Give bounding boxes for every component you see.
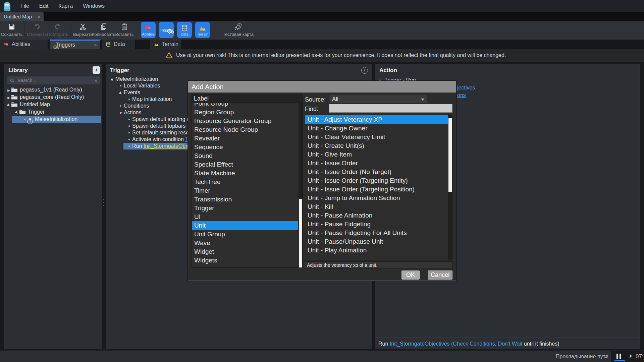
footer-text: , <box>495 341 498 347</box>
library-tree-item[interactable]: ▶pegasus_core (Read Only) <box>4 94 102 101</box>
wrapped-link-fragment[interactable]: ons <box>457 92 466 98</box>
clock-label: 07:59 <box>636 351 644 362</box>
warning-banner: Use at your own risk! This is an interna… <box>0 49 644 62</box>
library-tree-item[interactable]: ▶pegasus_1v1 (Read Only) <box>4 86 102 94</box>
scrollbar-track[interactable] <box>299 103 303 267</box>
cancel-button[interactable]: Cancel <box>428 270 452 280</box>
save-button[interactable]: Сохранить <box>1 21 22 39</box>
action-item[interactable]: Unit - Play Animation <box>305 246 448 255</box>
paste-button[interactable]: Вставить <box>114 21 135 39</box>
action-item[interactable]: Unit - Change Owner <box>305 124 448 133</box>
category-item[interactable]: Revealer <box>192 134 298 143</box>
copy-button[interactable]: Копировать <box>93 21 114 39</box>
close-icon[interactable]: × <box>38 14 44 19</box>
test-map-button[interactable]: Тестовая карта <box>221 22 256 37</box>
ok-button[interactable]: OK <box>401 270 420 280</box>
doc-tab-triggers[interactable]: ⚙⚙Triggers× <box>50 40 101 49</box>
scrollbar-thumb[interactable] <box>299 199 302 268</box>
footer-link[interactable]: (Check Conditions <box>451 341 495 347</box>
action-item[interactable]: Unit - Issue Order (Targeting Entity) <box>305 176 448 185</box>
library-panel: Library + Search... × ▶pegasus_1v1 (Read… <box>4 64 102 349</box>
category-item[interactable]: Sequence <box>192 143 298 152</box>
category-item[interactable]: TechTree <box>192 178 298 186</box>
action-item[interactable]: Unit - Pause/Unpause Unit <box>305 237 448 246</box>
category-item[interactable]: Region Group <box>192 108 298 117</box>
category-item[interactable]: Transmission <box>192 195 298 204</box>
category-item[interactable]: Unit Group <box>192 230 298 239</box>
library-tree-item[interactable]: •TMeleeInitialization <box>4 116 102 123</box>
doc-tab-terrain[interactable]: Terrain <box>150 40 181 49</box>
category-item[interactable]: Sound <box>192 152 298 160</box>
find-input[interactable] <box>329 104 452 113</box>
action-item[interactable]: Unit - Jump to Animation Section <box>305 194 448 202</box>
category-item[interactable]: Trigger <box>192 204 298 213</box>
abilities-module-button[interactable]: Abilities <box>141 22 156 38</box>
trigger-type-icon: T <box>27 118 33 124</box>
category-item[interactable]: UI <box>192 213 298 221</box>
doc-tab-data[interactable]: Data <box>102 40 136 49</box>
menu-item-windows[interactable]: Windows <box>78 0 110 12</box>
action-panel-title: Action <box>375 64 640 74</box>
pause-active-indicator <box>614 360 625 361</box>
redo-label: Повторить <box>47 32 68 37</box>
action-item[interactable]: Unit - Pause Animation <box>305 211 448 220</box>
pause-button[interactable] <box>616 354 624 359</box>
category-item[interactable]: Resource Generator Group <box>192 117 298 125</box>
wrapped-link-fragment[interactable]: jectives <box>457 85 475 91</box>
category-item[interactable]: Unit <box>192 221 298 230</box>
source-dropdown[interactable]: All <box>329 95 427 103</box>
cut-button[interactable]: Вырезать <box>72 21 93 39</box>
panel-splitter[interactable] <box>103 199 104 208</box>
triggers-module-button[interactable]: ⚙⚙Triggers <box>159 22 174 38</box>
tab-untitled-map[interactable]: Untitled Map × <box>0 12 44 21</box>
category-item[interactable]: Resource Node Group <box>192 125 298 134</box>
action-item[interactable]: Unit - Clear Veterancy Limit <box>305 133 448 141</box>
footer-link[interactable]: Init_StormgateObjectives <box>390 341 450 347</box>
menu-item-edit[interactable]: Edit <box>34 0 54 12</box>
action-description: Adjusts the veterancy xp of a unit. <box>305 261 452 269</box>
category-item[interactable]: State Machine <box>192 169 298 178</box>
scrollbar-thumb[interactable] <box>448 118 452 192</box>
category-item[interactable]: Widget <box>192 247 298 256</box>
action-item[interactable]: Unit - Kill <box>305 202 448 211</box>
category-item[interactable]: Timer <box>192 186 298 195</box>
menu-item-карта[interactable]: Карта <box>53 0 78 12</box>
save-icon <box>7 23 16 31</box>
action-item[interactable]: Unit - Create Unit(s) <box>305 141 448 150</box>
dialog-title[interactable]: Add Action <box>188 81 456 93</box>
scrollbar-track[interactable] <box>448 115 452 260</box>
folder-icon <box>11 87 18 92</box>
doc-tab-abilities[interactable]: Abilities <box>0 40 48 49</box>
data-module-button[interactable]: Data <box>177 22 192 38</box>
library-tree-item[interactable]: ▶Untitled Map <box>4 101 102 108</box>
action-summary: Run Init_StormgateObjectives (Check Cond… <box>375 338 640 347</box>
warning-icon <box>165 52 173 59</box>
chevron-icon[interactable]: ▶ <box>6 94 11 102</box>
action-item[interactable]: Unit - Give Item <box>305 150 448 159</box>
category-item[interactable]: Special Effect <box>192 160 298 169</box>
category-item[interactable]: Wave <box>192 239 298 247</box>
info-icon[interactable]: i <box>361 67 368 74</box>
close-icon[interactable]: × <box>94 42 97 48</box>
action-item[interactable]: Unit - Pause Fidgeting For All Units <box>305 229 448 237</box>
clear-search-icon[interactable]: × <box>94 78 97 83</box>
chevron-down-icon[interactable]: ▼ <box>118 110 124 117</box>
chevron-icon[interactable]: ▶ <box>6 87 11 94</box>
row-link[interactable]: Init_StormgateObje <box>144 143 190 149</box>
add-library-button[interactable]: + <box>93 66 100 74</box>
category-item[interactable]: Point Group <box>192 103 298 108</box>
library-tree-item[interactable]: ▶Trigger <box>4 108 102 116</box>
find-label: Find: <box>305 106 318 113</box>
footer-link[interactable]: Don't Wait <box>498 341 523 347</box>
terrain-module-button[interactable]: Terrain <box>195 22 210 38</box>
category-item[interactable]: Widgets <box>192 256 298 265</box>
search-input[interactable]: Search... × <box>7 76 100 84</box>
action-item[interactable]: Unit - Issue Order <box>305 159 448 168</box>
action-item[interactable]: Unit - Pause Fidgeting <box>305 220 448 229</box>
menu-item-file[interactable]: File <box>15 0 34 12</box>
undo-icon <box>33 23 41 31</box>
action-item[interactable]: Unit - Issue Order (No Target) <box>305 168 448 176</box>
action-item[interactable]: Unit - Adjust Veterancy XP <box>305 115 448 124</box>
action-item[interactable]: Unit - Issue Order (Targeting Position) <box>305 185 448 194</box>
check-icon: ✓ <box>604 351 608 362</box>
